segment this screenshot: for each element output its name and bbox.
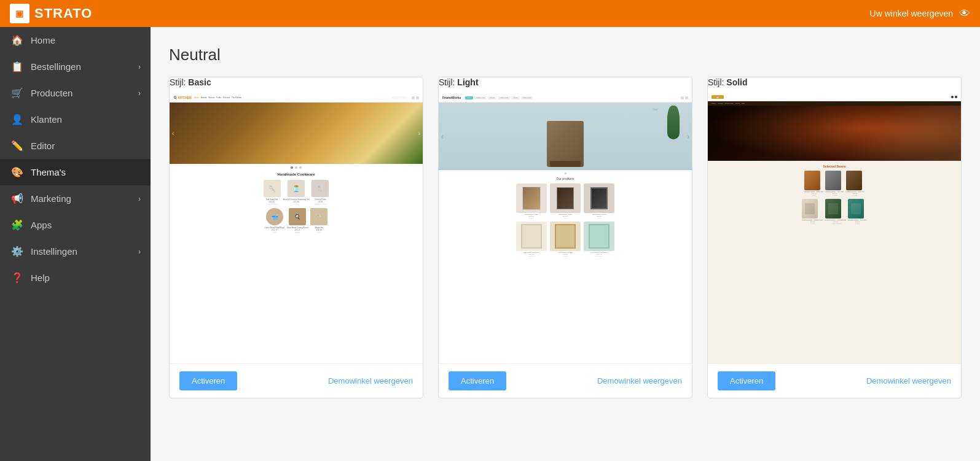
header-right: Uw winkel weergeven 👁 — [870, 7, 970, 20]
sidebar-item-editor[interactable]: ✏️ Editor — [0, 133, 151, 159]
theme-card-basic: Stijl: Basic 🍳 KITCHEN Home Boards Spoon… — [169, 77, 423, 398]
apps-icon: 🧩 — [11, 219, 23, 231]
home-icon: 🏠 — [11, 34, 23, 46]
chevron-right-icon: › — [138, 195, 141, 203]
editor-icon: ✏️ — [11, 140, 23, 152]
sidebar-label-apps: Apps — [31, 220, 52, 230]
page-title: Neutral — [169, 45, 962, 64]
marketing-icon: 📢 — [11, 193, 23, 204]
theme-actions-solid: Activeren Demowinkel weergeven — [708, 363, 961, 398]
theme-preview-solid: ☕ Pantry Kitchen GreenHouse Locals — [708, 93, 961, 363]
logo-text: STRATO — [34, 6, 92, 21]
sidebar-label-producten: Producten — [31, 88, 73, 98]
view-store-label: Uw winkel weergeven — [870, 9, 953, 18]
sidebar-item-klanten[interactable]: 👤 Klanten — [0, 106, 151, 133]
sidebar-label-home: Home — [31, 35, 55, 45]
sidebar-label-klanten: Klanten — [31, 114, 62, 125]
theme-actions-light: Activeren Demowinkel weergeven — [439, 363, 692, 398]
theme-preview-basic: 🍳 KITCHEN Home Boards Spoons Forks Tea s… — [170, 93, 423, 363]
sidebar-label-marketing: Marketing — [31, 193, 71, 204]
main-layout: 🏠 Home 📋 Bestellingen › 🛒 Producten › 👤 … — [0, 27, 980, 461]
theme-style-name-light: Light — [457, 77, 478, 87]
sidebar-item-themas[interactable]: 🎨 Thema's — [0, 159, 151, 185]
activate-button-basic[interactable]: Activeren — [179, 371, 237, 390]
main-content: Neutral Stijl: Basic 🍳 KITCHEN Home — [151, 27, 980, 461]
theme-actions-basic: Activeren Demowinkel weergeven — [170, 363, 423, 398]
theme-style-name-solid: Solid — [726, 77, 747, 87]
demo-link-solid[interactable]: Demowinkel weergeven — [866, 376, 951, 385]
chevron-right-icon: › — [138, 247, 141, 256]
eye-icon: 👁 — [959, 7, 970, 20]
sidebar-label-bestellingen: Bestellingen — [31, 61, 81, 72]
theme-card-light: Stijl: Light FrameWorks Home Frame Types… — [438, 77, 692, 398]
settings-icon: ⚙️ — [11, 246, 23, 257]
chevron-right-icon: › — [138, 89, 141, 98]
sidebar-item-help[interactable]: ❓ Help — [0, 265, 151, 291]
sidebar-item-home[interactable]: 🏠 Home — [0, 27, 151, 53]
demo-link-light[interactable]: Demowinkel weergeven — [597, 376, 682, 385]
sidebar-item-bestellingen[interactable]: 📋 Bestellingen › — [0, 53, 151, 80]
demo-link-basic[interactable]: Demowinkel weergeven — [328, 376, 413, 385]
theme-style-label-solid: Stijl: Solid — [708, 77, 961, 87]
sidebar-item-marketing[interactable]: 📢 Marketing › — [0, 185, 151, 212]
sidebar: 🏠 Home 📋 Bestellingen › 🛒 Producten › 👤 … — [0, 27, 151, 461]
sidebar-item-apps[interactable]: 🧩 Apps — [0, 212, 151, 238]
sidebar-label-instellingen: Instellingen — [31, 246, 77, 257]
theme-style-label-light: Stijl: Light — [439, 77, 692, 87]
customers-icon: 👤 — [11, 114, 23, 125]
products-icon: 🛒 — [11, 87, 23, 99]
logo: ▣ STRATO — [10, 4, 92, 23]
sidebar-item-producten[interactable]: 🛒 Producten › — [0, 80, 151, 106]
themes-grid: Stijl: Basic 🍳 KITCHEN Home Boards Spoon… — [169, 77, 962, 398]
theme-style-label-basic: Stijl: Basic — [170, 77, 423, 87]
app-header: ▣ STRATO Uw winkel weergeven 👁 — [0, 0, 980, 27]
themes-icon: 🎨 — [11, 166, 23, 178]
help-icon: ❓ — [11, 272, 23, 284]
sidebar-label-themas: Thema's — [31, 167, 66, 177]
sidebar-item-instellingen[interactable]: ⚙️ Instellingen › — [0, 238, 151, 265]
activate-button-light[interactable]: Activeren — [449, 371, 506, 390]
sidebar-label-editor: Editor — [31, 141, 55, 151]
theme-style-name-basic: Basic — [188, 77, 211, 87]
theme-card-solid: Stijl: Solid ☕ — [707, 77, 962, 398]
sidebar-label-help: Help — [31, 273, 50, 283]
logo-icon: ▣ — [10, 4, 29, 23]
chevron-right-icon: › — [138, 63, 141, 71]
theme-preview-light: FrameWorks Home Frame Types Brands Frame… — [439, 93, 692, 363]
activate-button-solid[interactable]: Activeren — [718, 371, 775, 390]
orders-icon: 📋 — [11, 61, 23, 72]
